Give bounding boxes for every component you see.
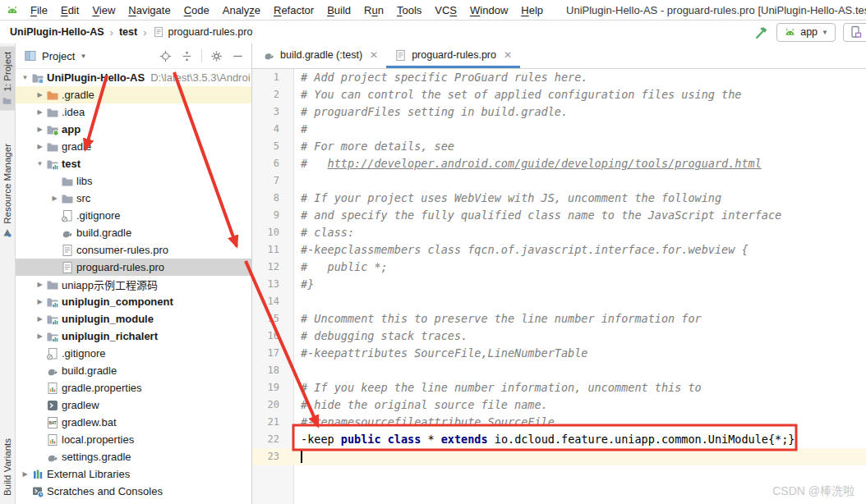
build-hammer-icon[interactable] <box>753 24 769 40</box>
locate-file-icon[interactable] <box>159 49 173 63</box>
menu-code[interactable]: Code <box>177 4 216 16</box>
tree-item-gitignore[interactable]: .gitignore <box>16 345 251 362</box>
code-line-2[interactable]: 2# You can control the set of applied co… <box>252 86 866 103</box>
code-line-21[interactable]: 21#-renamesourcefileattribute SourceFile <box>252 414 866 431</box>
tool-window-button-build-variants[interactable]: Build Variants <box>0 433 15 501</box>
tree-item-local-properties[interactable]: local.properties <box>16 431 251 448</box>
tree-item-gradlew-bat[interactable]: BATgradlew.bat <box>16 414 251 431</box>
chevron-right-icon[interactable]: ▶ <box>34 315 46 323</box>
tree-item-uniplugin-richalert[interactable]: ▶uniplugin_richalert <box>16 328 251 345</box>
menu-file[interactable]: File <box>24 4 54 16</box>
tree-item-app[interactable]: ▶app <box>16 121 251 138</box>
menu-tools[interactable]: Tools <box>390 4 428 16</box>
chevron-right-icon[interactable]: ▶ <box>19 470 31 478</box>
tab-build-gradle[interactable]: build.gradle (:test) ✕ <box>255 44 386 68</box>
code-line-23[interactable]: 23 <box>252 448 866 465</box>
tree-item-uniplugin-module[interactable]: ▶uniplugin_module <box>16 310 251 328</box>
chevron-right-icon[interactable]: ▶ <box>34 91 46 99</box>
code-line-7[interactable]: 7 <box>252 172 866 190</box>
code-line-15[interactable]: 15# Uncomment this to preserve the line … <box>252 310 866 328</box>
gradle-icon <box>46 364 62 378</box>
menu-refactor[interactable]: Refactor <box>267 4 320 16</box>
code-line-13[interactable]: 13#} <box>252 276 866 293</box>
chevron-right-icon[interactable]: ▶ <box>34 143 46 150</box>
code-line-9[interactable]: 9# and specify the fully qualified class… <box>252 207 866 224</box>
menu-analyze[interactable]: Analyze <box>216 4 267 16</box>
chevron-right-icon[interactable]: ▶ <box>34 126 46 133</box>
tree-item-settings-gradle[interactable]: settings.gradle <box>16 448 251 465</box>
menu-view[interactable]: View <box>85 4 122 16</box>
tree-item-label: libs <box>76 175 93 187</box>
code-line-3[interactable]: 3# proguardFiles setting in build.gradle… <box>252 103 866 121</box>
code-line-6[interactable]: 6# http://developer.android.com/guide/de… <box>252 155 866 172</box>
collapse-all-icon[interactable] <box>180 49 194 63</box>
code-line-1[interactable]: 1# Add project specific ProGuard rules h… <box>252 69 866 86</box>
tree-item-uniapp[interactable]: ▶uniapp示例工程源码 <box>16 276 251 293</box>
menu-help[interactable]: Help <box>514 4 550 16</box>
chevron-right-icon[interactable]: ▶ <box>34 332 46 340</box>
code-link[interactable]: http://developer.android.com/guide/devel… <box>328 157 762 170</box>
chevron-down-icon[interactable]: ▼ <box>34 160 46 167</box>
code-line-11[interactable]: 11#-keepclassmembers class fqcn.of.javas… <box>252 241 866 259</box>
tree-item-libs[interactable]: libs <box>16 172 251 190</box>
chevron-right-icon[interactable]: ▶ <box>34 108 46 116</box>
code-line-18[interactable]: 18 <box>252 362 866 379</box>
chevron-right-icon[interactable]: ▶ <box>48 195 61 202</box>
tree-item-gradle[interactable]: ▶gradle <box>16 138 251 155</box>
tree-item-gradle[interactable]: ▶.gradle <box>16 86 251 103</box>
device-selector-button[interactable] <box>843 23 866 42</box>
code-line-20[interactable]: 20# hide the original source file name. <box>252 396 866 414</box>
code-line-5[interactable]: 5# For more details, see <box>252 138 866 155</box>
breadcrumb-proguard-rules-pro[interactable]: proguard-rules.pro <box>153 26 253 38</box>
tree-item-consumer-rules-pro[interactable]: consumer-rules.pro <box>16 241 251 259</box>
tree-item-gradle-properties[interactable]: gradle.properties <box>16 379 251 396</box>
code-editor[interactable]: 1# Add project specific ProGuard rules h… <box>252 69 866 504</box>
menu-navigate[interactable]: Navigate <box>122 4 177 16</box>
breadcrumb-label: UniPlugin-Hello-AS <box>10 26 104 38</box>
code-line-text: # public *; <box>293 259 388 276</box>
breadcrumb-test[interactable]: test <box>119 26 137 38</box>
code-line-22[interactable]: 22-keep public class * extends io.dcloud… <box>252 431 866 448</box>
code-line-14[interactable]: 14 <box>252 293 866 310</box>
chevron-right-icon[interactable]: ▶ <box>34 281 46 288</box>
chevron-down-icon[interactable]: ▼ <box>19 74 31 81</box>
chevron-down-icon[interactable]: ▼ <box>80 53 86 60</box>
code-line-19[interactable]: 19# If you keep the line number informat… <box>252 379 866 396</box>
project-view-selector[interactable]: Project <box>42 50 75 62</box>
tree-item-build-gradle[interactable]: build.gradle <box>16 224 251 241</box>
menu-edit[interactable]: Edit <box>54 4 85 16</box>
tree-item-build-gradle[interactable]: build.gradle <box>16 362 251 379</box>
code-line-4[interactable]: 4# <box>252 121 866 138</box>
tree-item-external-libraries[interactable]: ▶External Libraries <box>16 465 251 483</box>
code-token: public class <box>341 433 421 446</box>
code-line-16[interactable]: 16# debugging stack traces. <box>252 328 866 345</box>
code-line-10[interactable]: 10# class: <box>252 224 866 241</box>
breadcrumb-uniplugin-hello-as[interactable]: UniPlugin-Hello-AS <box>10 26 104 38</box>
menu-run[interactable]: Run <box>357 4 390 16</box>
project-tree: ▼UniPlugin-Hello-ASD:\latest\3.5.3\Andro… <box>16 69 251 504</box>
tree-item-test[interactable]: ▼test <box>16 155 251 172</box>
code-line-8[interactable]: 8# If your project uses WebView with JS,… <box>252 190 866 207</box>
tree-item-uniplugin-hello-as[interactable]: ▼UniPlugin-Hello-ASD:\latest\3.5.3\Andro… <box>16 69 251 86</box>
close-icon[interactable]: ✕ <box>504 49 512 61</box>
tree-item-gradlew[interactable]: gradlew <box>16 396 251 414</box>
tree-item-gitignore[interactable]: .gitignore <box>16 207 251 224</box>
tree-item-uniplugin-component[interactable]: ▶uniplugin_component <box>16 293 251 310</box>
close-icon[interactable]: ✕ <box>370 49 378 61</box>
menu-vcs[interactable]: VCS <box>428 4 463 16</box>
settings-gear-icon[interactable] <box>210 49 223 63</box>
tree-item-proguard-rules-pro[interactable]: proguard-rules.pro <box>16 259 251 276</box>
hide-panel-icon[interactable] <box>231 49 245 63</box>
tool-window-button-project[interactable]: 1: Project <box>0 47 15 111</box>
run-configuration-select[interactable]: app ▼ <box>776 23 836 42</box>
tool-window-button-resource-manager[interactable]: Resource Manager <box>0 139 15 243</box>
tab-proguard-rules[interactable]: proguard-rules.pro ✕ <box>386 44 520 68</box>
menu-window[interactable]: Window <box>463 4 514 16</box>
code-line-17[interactable]: 17#-keepattributes SourceFile,LineNumber… <box>252 345 866 362</box>
tree-item-idea[interactable]: ▶.idea <box>16 103 251 121</box>
tree-item-src[interactable]: ▶src <box>16 190 251 207</box>
chevron-right-icon[interactable]: ▶ <box>34 298 46 305</box>
code-line-12[interactable]: 12# public *; <box>252 259 866 276</box>
tree-item-scratches-and-consoles[interactable]: Scratches and Consoles <box>16 483 251 500</box>
menu-build[interactable]: Build <box>320 4 357 16</box>
